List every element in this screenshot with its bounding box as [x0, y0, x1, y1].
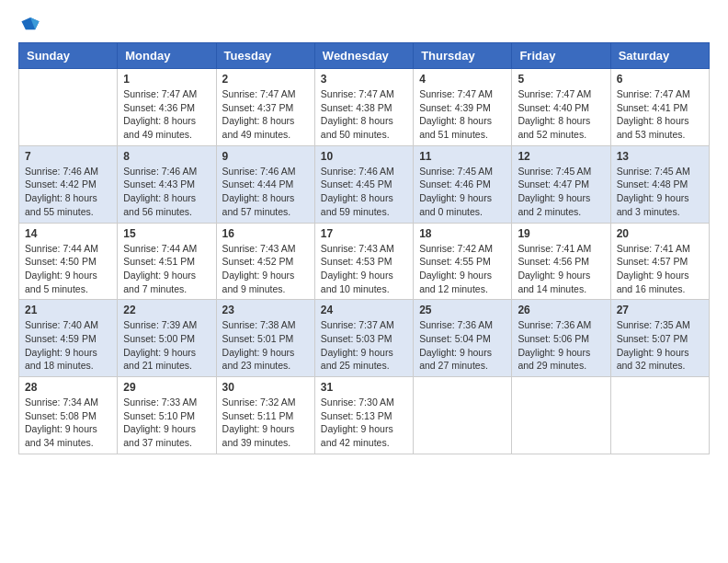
calendar-table: SundayMondayTuesdayWednesdayThursdayFrid… [18, 42, 710, 454]
cell-content: Sunrise: 7:46 AM Sunset: 4:43 PM Dayligh… [123, 165, 210, 219]
day-header-thursday: Thursday [414, 43, 512, 69]
cell-content: Sunrise: 7:38 AM Sunset: 5:01 PM Dayligh… [222, 318, 309, 373]
calendar-cell: 4Sunrise: 7:47 AM Sunset: 4:39 PM Daylig… [414, 69, 512, 146]
cell-content: Sunrise: 7:33 AM Sunset: 5:10 PM Dayligh… [123, 396, 210, 450]
day-number: 4 [419, 73, 506, 86]
day-number: 23 [222, 304, 309, 316]
day-header-wednesday: Wednesday [314, 43, 413, 69]
calendar-cell [414, 377, 512, 454]
day-number: 5 [518, 73, 604, 86]
cell-content: Sunrise: 7:46 AM Sunset: 4:44 PM Dayligh… [222, 165, 309, 219]
day-number: 20 [617, 227, 703, 240]
calendar-cell [512, 377, 610, 454]
cell-content: Sunrise: 7:45 AM Sunset: 4:48 PM Dayligh… [617, 165, 703, 219]
calendar-cell: 8Sunrise: 7:46 AM Sunset: 4:43 PM Daylig… [118, 145, 216, 223]
cell-content: Sunrise: 7:37 AM Sunset: 5:03 PM Dayligh… [321, 318, 407, 373]
calendar-cell: 12Sunrise: 7:45 AM Sunset: 4:47 PM Dayli… [512, 145, 610, 223]
day-number: 30 [222, 381, 309, 394]
day-number: 13 [617, 150, 703, 163]
calendar-cell: 26Sunrise: 7:36 AM Sunset: 5:06 PM Dayli… [512, 300, 610, 377]
week-row-2: 14Sunrise: 7:44 AM Sunset: 4:50 PM Dayli… [19, 223, 710, 300]
calendar-cell [19, 69, 118, 146]
cell-content: Sunrise: 7:43 AM Sunset: 4:53 PM Dayligh… [321, 242, 407, 296]
day-number: 21 [25, 304, 111, 316]
calendar-cell: 10Sunrise: 7:46 AM Sunset: 4:45 PM Dayli… [314, 145, 413, 223]
day-number: 25 [419, 304, 506, 316]
cell-content: Sunrise: 7:47 AM Sunset: 4:36 PM Dayligh… [123, 87, 210, 142]
day-number: 16 [222, 227, 309, 240]
day-number: 22 [123, 304, 210, 316]
cell-content: Sunrise: 7:46 AM Sunset: 4:42 PM Dayligh… [25, 165, 111, 219]
day-number: 17 [321, 227, 407, 240]
cell-content: Sunrise: 7:36 AM Sunset: 5:04 PM Dayligh… [419, 318, 506, 373]
calendar-cell: 24Sunrise: 7:37 AM Sunset: 5:03 PM Dayli… [314, 300, 413, 377]
calendar-cell: 15Sunrise: 7:44 AM Sunset: 4:51 PM Dayli… [118, 223, 216, 300]
cell-content: Sunrise: 7:46 AM Sunset: 4:45 PM Dayligh… [321, 165, 407, 219]
day-number: 2 [222, 73, 309, 86]
calendar-cell: 11Sunrise: 7:45 AM Sunset: 4:46 PM Dayli… [414, 145, 512, 223]
day-number: 26 [518, 304, 604, 316]
calendar-cell: 2Sunrise: 7:47 AM Sunset: 4:37 PM Daylig… [216, 69, 314, 146]
cell-content: Sunrise: 7:34 AM Sunset: 5:08 PM Dayligh… [25, 396, 111, 450]
day-number: 3 [321, 73, 407, 86]
calendar-cell: 14Sunrise: 7:44 AM Sunset: 4:50 PM Dayli… [19, 223, 118, 300]
day-number: 9 [222, 150, 309, 163]
cell-content: Sunrise: 7:36 AM Sunset: 5:06 PM Dayligh… [518, 318, 604, 373]
cell-content: Sunrise: 7:43 AM Sunset: 4:52 PM Dayligh… [222, 242, 309, 296]
cell-content: Sunrise: 7:40 AM Sunset: 4:59 PM Dayligh… [25, 318, 111, 373]
logo [18, 15, 40, 35]
day-number: 18 [419, 227, 506, 240]
calendar-cell: 6Sunrise: 7:47 AM Sunset: 4:41 PM Daylig… [610, 69, 709, 146]
week-row-4: 28Sunrise: 7:34 AM Sunset: 5:08 PM Dayli… [19, 377, 710, 454]
week-row-3: 21Sunrise: 7:40 AM Sunset: 4:59 PM Dayli… [19, 300, 710, 377]
calendar-cell: 7Sunrise: 7:46 AM Sunset: 4:42 PM Daylig… [19, 145, 118, 223]
day-number: 24 [321, 304, 407, 316]
cell-content: Sunrise: 7:41 AM Sunset: 4:56 PM Dayligh… [518, 242, 604, 296]
cell-content: Sunrise: 7:32 AM Sunset: 5:11 PM Dayligh… [222, 396, 309, 450]
cell-content: Sunrise: 7:30 AM Sunset: 5:13 PM Dayligh… [321, 396, 407, 450]
calendar-cell: 23Sunrise: 7:38 AM Sunset: 5:01 PM Dayli… [216, 300, 314, 377]
cell-content: Sunrise: 7:39 AM Sunset: 5:00 PM Dayligh… [123, 318, 210, 373]
day-number: 29 [123, 381, 210, 394]
day-number: 1 [123, 73, 210, 86]
cell-content: Sunrise: 7:47 AM Sunset: 4:37 PM Dayligh… [222, 87, 309, 142]
calendar-cell: 21Sunrise: 7:40 AM Sunset: 4:59 PM Dayli… [19, 300, 118, 377]
day-number: 28 [25, 381, 111, 394]
calendar-cell: 22Sunrise: 7:39 AM Sunset: 5:00 PM Dayli… [118, 300, 216, 377]
day-header-sunday: Sunday [19, 43, 118, 69]
day-number: 14 [25, 227, 111, 240]
day-number: 8 [123, 150, 210, 163]
calendar-cell: 5Sunrise: 7:47 AM Sunset: 4:40 PM Daylig… [512, 69, 610, 146]
cell-content: Sunrise: 7:44 AM Sunset: 4:50 PM Dayligh… [25, 242, 111, 296]
calendar-cell: 3Sunrise: 7:47 AM Sunset: 4:38 PM Daylig… [314, 69, 413, 146]
cell-content: Sunrise: 7:47 AM Sunset: 4:39 PM Dayligh… [419, 87, 506, 142]
day-header-friday: Friday [512, 43, 610, 69]
cell-content: Sunrise: 7:41 AM Sunset: 4:57 PM Dayligh… [617, 242, 703, 296]
day-number: 6 [617, 73, 703, 86]
calendar-cell [610, 377, 709, 454]
header-row: SundayMondayTuesdayWednesdayThursdayFrid… [19, 43, 710, 69]
header [18, 15, 710, 35]
calendar-cell: 27Sunrise: 7:35 AM Sunset: 5:07 PM Dayli… [610, 300, 709, 377]
calendar-cell: 9Sunrise: 7:46 AM Sunset: 4:44 PM Daylig… [216, 145, 314, 223]
week-row-0: 1Sunrise: 7:47 AM Sunset: 4:36 PM Daylig… [19, 69, 710, 146]
cell-content: Sunrise: 7:45 AM Sunset: 4:47 PM Dayligh… [518, 165, 604, 219]
cell-content: Sunrise: 7:45 AM Sunset: 4:46 PM Dayligh… [419, 165, 506, 219]
week-row-1: 7Sunrise: 7:46 AM Sunset: 4:42 PM Daylig… [19, 145, 710, 223]
day-header-monday: Monday [118, 43, 216, 69]
calendar-cell: 31Sunrise: 7:30 AM Sunset: 5:13 PM Dayli… [314, 377, 413, 454]
calendar-cell: 29Sunrise: 7:33 AM Sunset: 5:10 PM Dayli… [118, 377, 216, 454]
day-header-saturday: Saturday [610, 43, 709, 69]
cell-content: Sunrise: 7:47 AM Sunset: 4:40 PM Dayligh… [518, 87, 604, 142]
calendar-cell: 16Sunrise: 7:43 AM Sunset: 4:52 PM Dayli… [216, 223, 314, 300]
day-number: 7 [25, 150, 111, 163]
day-header-tuesday: Tuesday [216, 43, 314, 69]
day-number: 27 [617, 304, 703, 316]
day-number: 31 [321, 381, 407, 394]
cell-content: Sunrise: 7:35 AM Sunset: 5:07 PM Dayligh… [617, 318, 703, 373]
calendar-cell: 28Sunrise: 7:34 AM Sunset: 5:08 PM Dayli… [19, 377, 118, 454]
cell-content: Sunrise: 7:47 AM Sunset: 4:38 PM Dayligh… [321, 87, 407, 142]
calendar-cell: 25Sunrise: 7:36 AM Sunset: 5:04 PM Dayli… [414, 300, 512, 377]
cell-content: Sunrise: 7:42 AM Sunset: 4:55 PM Dayligh… [419, 242, 506, 296]
calendar-cell: 18Sunrise: 7:42 AM Sunset: 4:55 PM Dayli… [414, 223, 512, 300]
